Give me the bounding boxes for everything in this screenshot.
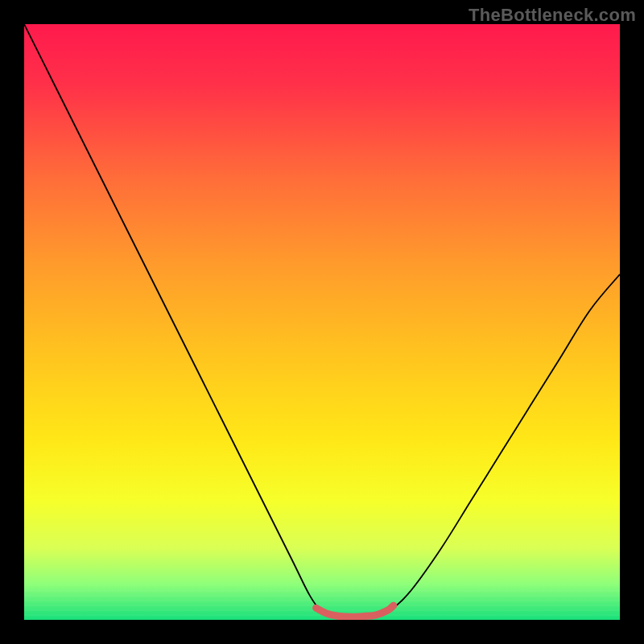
chart-svg [24,24,620,620]
chart-frame: TheBottleneck.com [0,0,644,644]
watermark-text: TheBottleneck.com [469,5,636,26]
chart-plot-area [24,24,620,620]
chart-background [24,24,620,620]
